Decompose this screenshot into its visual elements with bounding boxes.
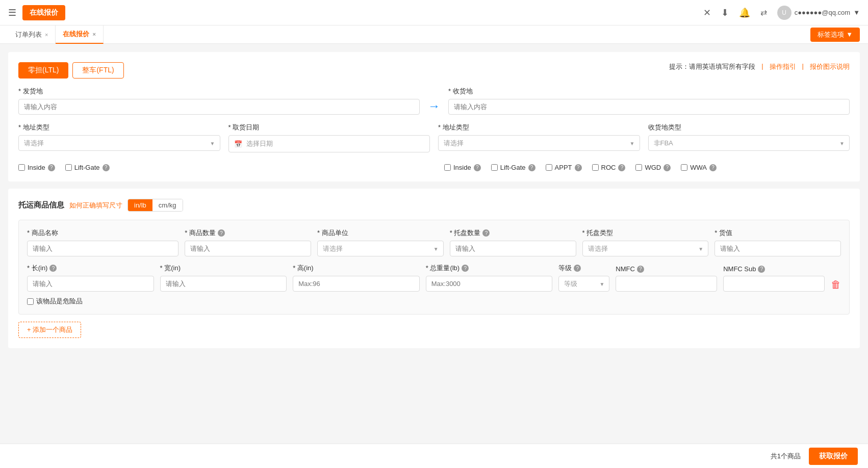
dest-liftgate-checkbox[interactable]: Lift-Gate ? (491, 164, 535, 171)
dest-address-type-group: * 地址类型 请选择 (438, 123, 640, 152)
pallet-qty-help[interactable]: ? (482, 229, 490, 237)
cargo-section: 托运商品信息 如何正确填写尺寸 in/lb cm/kg * 商品名称 * 商品 (8, 189, 860, 348)
dest-delivery-type-group: 收货地类型 非FBA (648, 123, 850, 152)
nmfc-sub-help[interactable]: ? (758, 266, 765, 273)
nmfc-label: NMFC ? (616, 265, 717, 273)
delete-cargo-button[interactable]: 🗑 (831, 279, 841, 291)
unit-cmkg-button[interactable]: cm/kg (152, 199, 183, 211)
dest-roc-checkbox[interactable]: ROC ? (592, 164, 626, 171)
origin-inside-checkbox[interactable]: Inside ? (18, 164, 55, 171)
pickup-date-input[interactable]: 📅 选择日期 (228, 135, 430, 152)
ftl-button[interactable]: 整车(FTL) (72, 62, 123, 79)
origin-address-type-select[interactable]: 请选择 (18, 135, 220, 151)
dest-delivery-type-select[interactable]: 非FBA (648, 135, 850, 151)
calendar-icon: 📅 (234, 140, 242, 148)
dest-wgd-help[interactable]: ? (663, 164, 671, 171)
delete-icon: 🗑 (831, 279, 841, 291)
tab-order-list-close[interactable]: × (45, 32, 48, 38)
dest-appt-help[interactable]: ? (575, 164, 582, 171)
user-dropdown-arrow[interactable]: ▼ (853, 9, 860, 16)
grade-help[interactable]: ? (574, 265, 581, 272)
quote-diagram-link[interactable]: 报价图示说明 (810, 62, 850, 71)
tips-area: 提示：请用英语填写所有字段 | 操作指引 | 报价图示说明 (669, 62, 850, 71)
origin-section: * 发货地 (18, 87, 420, 115)
dest-liftgate-help[interactable]: ? (528, 164, 535, 171)
length-help[interactable]: ? (49, 265, 57, 272)
user-info[interactable]: U c●●●●●●@qq.com ▼ (777, 6, 860, 20)
cargo-title: 托运商品信息 (18, 200, 64, 210)
tab-online-quote-close[interactable]: × (92, 31, 95, 37)
get-quote-button[interactable]: 获取报价 (809, 448, 858, 465)
bell-icon[interactable]: 🔔 (739, 7, 750, 18)
origin-liftgate-checkbox[interactable]: Lift-Gate ? (65, 164, 110, 171)
dest-inside-checkbox[interactable]: Inside ? (444, 164, 481, 171)
product-qty-help[interactable]: ? (218, 229, 225, 237)
header: ☰ 在线报价 ✕ ⬇ 🔔 ⇄ U c●●●●●●@qq.com ▼ (0, 0, 868, 25)
nmfc-sub-col: NMFC Sub ? (723, 265, 825, 292)
pallet-qty-input[interactable] (450, 241, 576, 256)
destination-input[interactable] (448, 99, 850, 115)
dest-inside-help[interactable]: ? (474, 164, 481, 171)
product-qty-input[interactable] (185, 241, 311, 256)
tab-online-quote[interactable]: 在线报价 × (56, 25, 103, 44)
grade-select[interactable]: 等级 (558, 276, 609, 292)
unit-inlb-button[interactable]: in/lb (128, 199, 152, 211)
product-unit-col: * 商品单位 请选择 (317, 228, 444, 256)
online-quote-header-button[interactable]: 在线报价 (22, 5, 65, 20)
cargo-value-input[interactable] (714, 241, 841, 256)
height-input[interactable] (293, 276, 420, 292)
dest-wwa-help[interactable]: ? (709, 164, 717, 171)
cargo-value-col: * 货值 (714, 228, 841, 256)
download-icon[interactable]: ⬇ (721, 7, 729, 18)
nmfc-help[interactable]: ? (637, 266, 644, 273)
dest-appt-checkbox[interactable]: APPT ? (546, 164, 582, 171)
tag-select-button[interactable]: 标签选项 ▼ (810, 28, 860, 42)
dest-wwa-checkbox[interactable]: WWA ? (681, 164, 717, 171)
main-content: 零担(LTL) 整车(FTL) 提示：请用英语填写所有字段 | 操作指引 | 报… (0, 44, 868, 444)
weight-help[interactable]: ? (462, 265, 469, 272)
height-col: * 高(in) (293, 264, 420, 292)
nmfc-sub-input[interactable] (723, 276, 825, 292)
product-qty-label: * 商品数量 ? (185, 228, 311, 238)
origin-address-type-group: * 地址类型 请选择 (18, 123, 220, 152)
footer: 共1个商品 获取报价 (0, 444, 868, 468)
pickup-date-group: * 取货日期 📅 选择日期 (228, 123, 430, 152)
transfer-icon[interactable]: ⇄ (760, 8, 767, 17)
pallet-qty-col: * 托盘数量 ? (450, 228, 576, 256)
avatar: U (777, 6, 792, 20)
origin-liftgate-help[interactable]: ? (103, 164, 110, 171)
tips-separator1: | (761, 62, 763, 71)
operation-guide-link[interactable]: 操作指引 (770, 62, 796, 71)
shipping-section: 零担(LTL) 整车(FTL) 提示：请用英语填写所有字段 | 操作指引 | 报… (8, 52, 860, 181)
origin-inside-help[interactable]: ? (48, 164, 55, 171)
close-icon[interactable]: ✕ (703, 7, 711, 18)
cargo-row2: * 长(in) ? * 宽(in) * 高(in) * 总重量(lb) (27, 264, 841, 292)
header-left: ☰ 在线报价 (8, 5, 65, 20)
checkboxes-row: Inside ? Lift-Gate ? Inside ? (18, 160, 850, 171)
add-product-button[interactable]: + 添加一个商品 (18, 322, 81, 338)
nmfc-input[interactable] (616, 276, 717, 292)
dest-wgd-checkbox[interactable]: WGD ? (635, 164, 671, 171)
menu-icon[interactable]: ☰ (8, 7, 16, 18)
tips-prefix: 提示：请用英语填写所有字段 (669, 62, 755, 71)
length-label: * 长(in) ? (27, 264, 154, 273)
product-unit-select-wrapper: 请选择 (317, 241, 444, 256)
destination-section: * 收货地 (448, 87, 850, 115)
tabs-left: 订单列表 × 在线报价 × (8, 25, 104, 44)
product-qty-col: * 商品数量 ? (185, 228, 311, 256)
how-to-fill-link[interactable]: 如何正确填写尺寸 (69, 201, 122, 210)
length-input[interactable] (27, 276, 154, 292)
product-name-input[interactable] (27, 241, 178, 256)
pickup-date-label: * 取货日期 (228, 123, 430, 132)
ltl-button[interactable]: 零担(LTL) (18, 62, 68, 79)
width-input[interactable] (160, 276, 287, 292)
dangerous-goods-checkbox[interactable]: 该物品是危险品 (27, 297, 841, 306)
dest-roc-help[interactable]: ? (618, 164, 625, 171)
tab-order-list[interactable]: 订单列表 × (8, 25, 56, 44)
product-unit-select[interactable]: 请选择 (317, 241, 444, 256)
pallet-type-select[interactable]: 请选择 (582, 241, 709, 256)
origin-input[interactable] (18, 99, 420, 115)
dest-address-type-select[interactable]: 请选择 (438, 135, 640, 151)
weight-input[interactable] (426, 276, 553, 292)
length-col: * 长(in) ? (27, 264, 154, 292)
